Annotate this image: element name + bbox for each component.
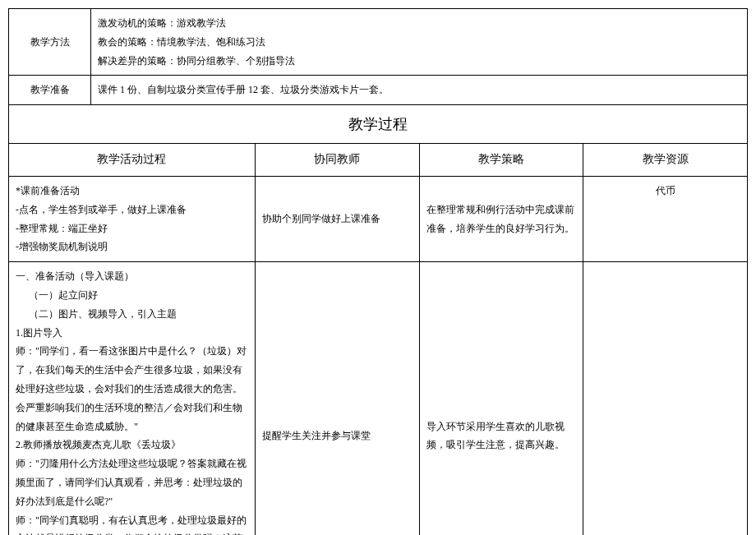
prep-h1: 一、准备活动（导入课题） — [16, 267, 248, 286]
prep-activity-teacher: 提醒学生关注并参与课堂 — [255, 262, 419, 535]
pre-activity-line1: -点名，学生答到或举手，做好上课准备 — [16, 201, 248, 219]
prep-p3: 师："刃隆用什么方法处理这些垃圾呢？答案就藏在视频里面了，请同学们认真观看，并思… — [16, 454, 248, 510]
prep-h2: 1.图片导入 — [16, 324, 248, 343]
header-teacher: 协同教师 — [255, 144, 419, 177]
method-line-2: 教会的策略：情境教学法、饱和练习法 — [98, 33, 740, 52]
teaching-prep-label: 教学准备 — [9, 76, 91, 105]
pre-activity-resource: 代币 — [583, 176, 748, 261]
pre-activity-line2: -整理常规：端正坐好 — [16, 219, 248, 238]
prep-p2: 2.教师播放视频麦杰克儿歌《丢垃圾》 — [16, 436, 248, 454]
method-line-3: 解决差异的策略：协同分组教学、个别指导法 — [98, 52, 740, 71]
prep-h1b: （二）图片、视频导入，引入主题 — [16, 305, 248, 324]
pre-activity-row: *课前准备活动 -点名，学生答到或举手，做好上课准备 -整理常规：端正坐好 -增… — [9, 176, 748, 261]
section-title-row: 教学过程 — [9, 105, 748, 144]
pre-activity-title: *课前准备活动 — [16, 182, 248, 201]
pre-activity-teacher: 协助个别同学做好上课准备 — [255, 176, 419, 261]
pre-activity-content: *课前准备活动 -点名，学生答到或举手，做好上课准备 -整理常规：端正坐好 -增… — [9, 176, 256, 261]
teaching-prep-content: 课件 1 份、自制垃圾分类宣传手册 12 套、垃圾分类游戏卡片一套。 — [91, 76, 748, 105]
teaching-methods-row: 教学方法 激发动机的策略：游戏教学法 教会的策略：情境教学法、饱和练习法 解决差… — [9, 9, 748, 76]
prep-activity-resource — [583, 262, 748, 535]
method-line-1: 激发动机的策略：游戏教学法 — [98, 14, 740, 33]
teaching-prep-row: 教学准备 课件 1 份、自制垃圾分类宣传手册 12 套、垃圾分类游戏卡片一套。 — [9, 76, 748, 105]
header-strategy: 教学策略 — [419, 144, 583, 177]
pre-activity-line3: -增强物奖励机制说明 — [16, 238, 248, 256]
headers-row: 教学活动过程 协同教师 教学策略 教学资源 — [9, 144, 748, 177]
lesson-plan-table: 教学方法 激发动机的策略：游戏教学法 教会的策略：情境教学法、饱和练习法 解决差… — [8, 8, 748, 535]
prep-p1: 师："同学们，看一看这张图片中是什么？（垃圾）对了，在我们每天的生活中会产生很多… — [16, 342, 248, 436]
header-resource: 教学资源 — [583, 144, 748, 177]
prep-activity-row: 一、准备活动（导入课题） （一）起立问好 （二）图片、视频导入，引入主题 1.图… — [9, 262, 748, 535]
teaching-methods-content: 激发动机的策略：游戏教学法 教会的策略：情境教学法、饱和练习法 解决差异的策略：… — [91, 9, 748, 76]
prep-p4: 师："同学们真聪明，有在认真思考，处理垃圾最好的方法就是进行垃圾分类。你们会给垃… — [16, 511, 248, 535]
prep-activity-strategy: 导入环节采用学生喜欢的儿歌视频，吸引学生注意，提高兴趣。 — [419, 262, 583, 535]
prep-h1a: （一）起立问好 — [16, 286, 248, 305]
header-activity: 教学活动过程 — [9, 144, 256, 177]
prep-activity-content: 一、准备活动（导入课题） （一）起立问好 （二）图片、视频导入，引入主题 1.图… — [9, 262, 256, 535]
section-title: 教学过程 — [9, 105, 748, 144]
teaching-methods-label: 教学方法 — [9, 9, 91, 76]
pre-activity-strategy: 在整理常规和例行活动中完成课前准备，培养学生的良好学习行为。 — [419, 176, 583, 261]
